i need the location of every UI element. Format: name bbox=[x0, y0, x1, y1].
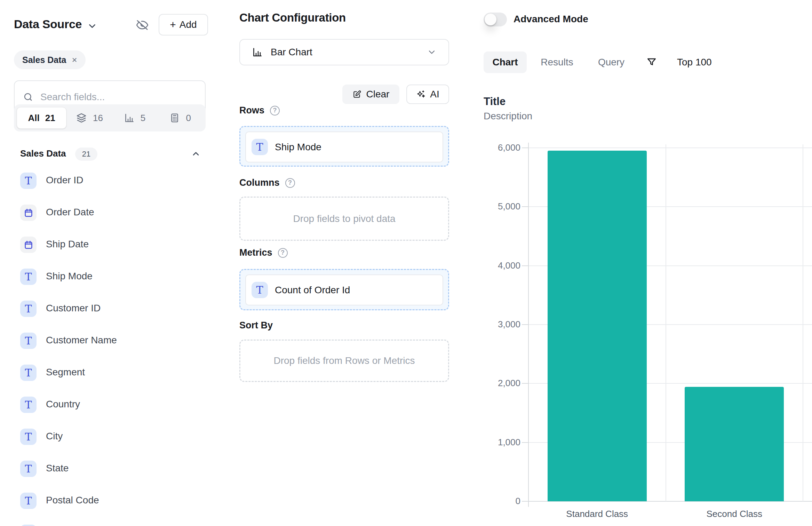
field-item-state[interactable]: TState bbox=[14, 459, 206, 491]
filter-tab-measures[interactable]: 5 bbox=[112, 107, 158, 129]
field-item-postal-code[interactable]: TPostal Code bbox=[14, 491, 206, 523]
field-item-order-id[interactable]: TOrder ID bbox=[14, 170, 206, 202]
field-item-customer-name[interactable]: TCustomer Name bbox=[14, 330, 206, 362]
filter-tab-all[interactable]: All 21 bbox=[17, 107, 66, 129]
text-field-icon: T bbox=[20, 333, 37, 349]
edit-icon bbox=[352, 90, 361, 99]
text-field-icon: T bbox=[20, 493, 37, 509]
calculator-icon bbox=[169, 112, 180, 123]
bar-second-class[interactable] bbox=[685, 387, 784, 501]
source-chip-sales-data[interactable]: Sales Data × bbox=[14, 50, 86, 69]
chevron-down-icon bbox=[427, 47, 437, 57]
metrics-dropzone[interactable]: T Count of Order Id bbox=[239, 269, 449, 310]
y-axis-line bbox=[528, 143, 529, 507]
x-axis-label: Standard Class bbox=[541, 509, 653, 519]
tick-y-2000 bbox=[522, 383, 528, 384]
add-data-source-button[interactable]: + Add bbox=[159, 14, 208, 35]
calendar-icon bbox=[20, 205, 37, 221]
text-field-icon: T bbox=[20, 461, 37, 477]
help-icon[interactable]: ? bbox=[270, 106, 280, 115]
search-icon bbox=[23, 92, 33, 102]
group-name: Sales Data bbox=[20, 148, 66, 159]
chevron-up-icon[interactable] bbox=[191, 149, 201, 159]
text-field-icon: T bbox=[20, 269, 37, 285]
field-item-country[interactable]: TCountry bbox=[14, 394, 206, 427]
field-list: TOrder IDOrder DateShip DateTShip ModeTC… bbox=[14, 170, 206, 526]
bar-chart-icon bbox=[252, 47, 263, 58]
field-group-header[interactable]: Sales Data 21 bbox=[14, 148, 206, 162]
chevron-down-icon[interactable] bbox=[87, 21, 97, 31]
field-label: Order Date bbox=[46, 207, 94, 218]
text-field-icon: T bbox=[20, 397, 37, 413]
help-icon[interactable]: ? bbox=[285, 178, 295, 188]
bar-chart-icon bbox=[124, 112, 135, 123]
gridline-x-2 bbox=[803, 144, 803, 501]
field-label: Postal Code bbox=[46, 495, 99, 506]
field-label: Customer ID bbox=[46, 303, 101, 314]
plus-icon: + bbox=[170, 19, 176, 31]
text-field-icon: T bbox=[20, 365, 37, 381]
tick-y-1000 bbox=[522, 442, 528, 443]
data-source-title: Data Source bbox=[14, 17, 82, 31]
search-input[interactable] bbox=[40, 91, 197, 103]
text-field-icon: T bbox=[252, 139, 268, 155]
clear-button[interactable]: Clear bbox=[342, 85, 399, 104]
columns-section-label: Columns ? bbox=[239, 177, 295, 188]
gridline-y-6000 bbox=[528, 148, 812, 148]
field-item-segment[interactable]: TSegment bbox=[14, 362, 206, 394]
tick-y-3000 bbox=[522, 324, 528, 325]
chart-configuration-panel: Chart Configuration Bar Chart Clear AI R… bbox=[239, 0, 449, 526]
sort-by-section-label: Sort By bbox=[239, 320, 273, 331]
close-icon[interactable]: × bbox=[72, 55, 77, 64]
tick-label-y: 4,000 bbox=[484, 260, 520, 271]
field-label: Segment bbox=[46, 367, 85, 378]
tick-y-6000 bbox=[522, 148, 528, 148]
filter-tab-dimensions[interactable]: 16 bbox=[66, 107, 112, 129]
eye-off-icon[interactable] bbox=[136, 18, 149, 32]
field-item-order-date[interactable]: Order Date bbox=[14, 202, 206, 234]
chart-configuration-title: Chart Configuration bbox=[239, 11, 346, 24]
chart-preview-panel: Advanced Mode Chart Results Query Top 10… bbox=[484, 0, 812, 526]
chart-type-select[interactable]: Bar Chart bbox=[239, 39, 449, 65]
columns-dropzone[interactable]: Drop fields to pivot data bbox=[239, 197, 449, 241]
field-item-ship-date[interactable]: Ship Date bbox=[14, 234, 206, 266]
tick-label-y: 1,000 bbox=[484, 437, 520, 448]
tick-label-y: 6,000 bbox=[484, 142, 520, 153]
rows-section-label: Rows ? bbox=[239, 105, 280, 116]
group-count-badge: 21 bbox=[75, 148, 97, 161]
tick-label-y: 0 bbox=[484, 496, 520, 507]
field-label: State bbox=[46, 463, 69, 474]
field-type-filter: All 21 16 5 0 bbox=[14, 104, 206, 132]
chart-type-value: Bar Chart bbox=[271, 47, 419, 58]
rows-dropzone[interactable]: T Ship Mode bbox=[239, 126, 449, 167]
field-icon-partial bbox=[20, 525, 37, 526]
filter-tab-calculations[interactable]: 0 bbox=[157, 107, 203, 129]
metrics-field-count-of-order-id[interactable]: T Count of Order Id bbox=[245, 274, 443, 305]
tick-y-5000 bbox=[522, 206, 528, 207]
tick-y-0 bbox=[522, 501, 528, 502]
field-label: Country bbox=[46, 399, 80, 410]
metrics-section-label: Metrics ? bbox=[239, 247, 288, 258]
tick-label-y: 3,000 bbox=[484, 319, 520, 330]
field-label: Customer Name bbox=[46, 335, 117, 346]
help-icon[interactable]: ? bbox=[278, 248, 288, 258]
ai-button[interactable]: AI bbox=[406, 85, 449, 104]
field-label: City bbox=[46, 431, 63, 442]
text-field-icon: T bbox=[20, 173, 37, 189]
sparkles-icon bbox=[416, 89, 426, 99]
bar-standard-class[interactable] bbox=[548, 151, 647, 501]
sort-by-dropzone[interactable]: Drop fields from Rows or Metrics bbox=[239, 340, 449, 382]
rows-field-ship-mode[interactable]: T Ship Mode bbox=[245, 132, 443, 162]
tick-y-4000 bbox=[522, 265, 528, 266]
tick-label-y: 2,000 bbox=[484, 378, 520, 389]
bar-chart: 01,0002,0003,0004,0005,0006,000Standard … bbox=[484, 0, 812, 526]
field-label: Ship Mode bbox=[46, 271, 93, 282]
text-field-icon: T bbox=[20, 301, 37, 317]
field-item-customer-id[interactable]: TCustomer ID bbox=[14, 298, 206, 330]
field-item-city[interactable]: TCity bbox=[14, 427, 206, 459]
text-field-icon: T bbox=[252, 282, 268, 298]
calendar-icon bbox=[20, 237, 37, 253]
gridline-x-1 bbox=[666, 144, 666, 501]
field-item-ship-mode[interactable]: TShip Mode bbox=[14, 266, 206, 298]
field-label: Ship Date bbox=[46, 239, 89, 250]
